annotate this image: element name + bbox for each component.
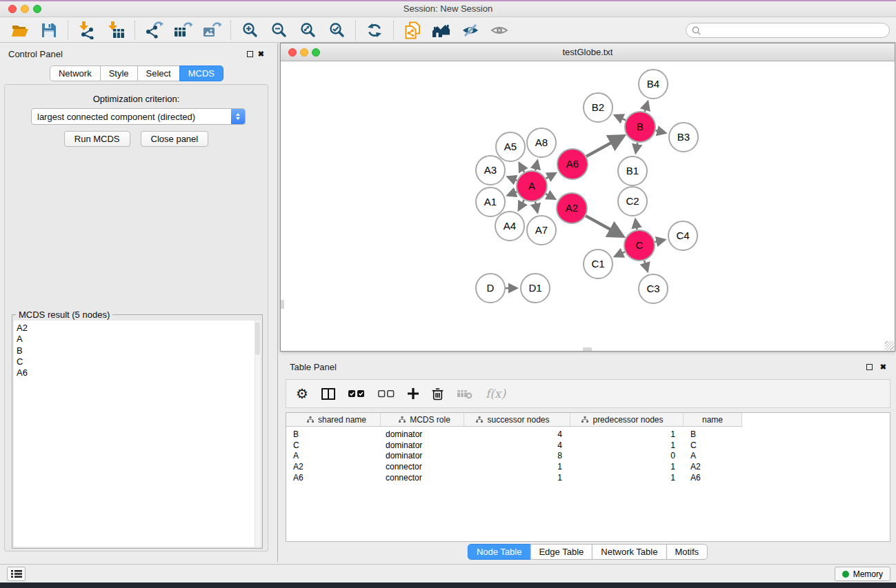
select-all-icon[interactable] xyxy=(348,390,365,398)
close-table-panel-icon[interactable]: ✖ xyxy=(880,362,886,372)
table-row-B[interactable]: Bdominator41B xyxy=(286,429,890,440)
edge-A-A1[interactable] xyxy=(508,192,517,195)
table-cell: 1 xyxy=(464,473,570,483)
zoom-window-button[interactable] xyxy=(33,5,41,13)
edge-A-A4[interactable] xyxy=(519,200,524,210)
zoom-out-icon[interactable] xyxy=(264,19,293,41)
table-cell: 8 xyxy=(464,451,570,460)
column-header-successor-nodes[interactable]: successor nodes xyxy=(464,413,570,427)
table-row-A6[interactable]: A6connector11A6 xyxy=(286,472,890,483)
refresh-layout-icon[interactable] xyxy=(360,19,389,41)
table-settings-gear-icon[interactable]: ⚙ xyxy=(296,387,308,401)
edge-C-C1[interactable] xyxy=(615,252,625,256)
export-network-icon[interactable] xyxy=(139,19,168,41)
node-label-A1: A1 xyxy=(484,196,497,207)
edge-A-A3[interactable] xyxy=(508,177,517,181)
graphics-details-toggle-icon[interactable] xyxy=(456,19,485,41)
export-image-icon[interactable] xyxy=(197,19,226,41)
result-item[interactable]: A xyxy=(17,334,261,345)
window-resize-grip[interactable] xyxy=(885,341,894,350)
optimization-criterion-dropdown[interactable]: largest connected component (directed) xyxy=(31,108,246,125)
home-view-icon[interactable] xyxy=(427,19,456,41)
edge-A-A6[interactable] xyxy=(546,173,555,179)
edge-C-C4[interactable] xyxy=(655,240,665,242)
search-field[interactable] xyxy=(686,23,890,38)
tab-network[interactable]: Network xyxy=(50,65,101,81)
edge-A6-B[interactable] xyxy=(586,136,623,156)
network-canvas[interactable]: B4B2BB3A5A8A6A3B1AA1C2A2A4A7C4CC1C3DD1 xyxy=(281,62,895,351)
result-item[interactable]: A2 xyxy=(17,323,261,334)
column-header-shared-name[interactable]: shared name xyxy=(286,413,381,427)
minimize-window-button[interactable] xyxy=(21,5,29,13)
delete-table-icon[interactable] xyxy=(457,389,472,399)
delete-column-icon[interactable] xyxy=(432,387,444,401)
edge-C-C3[interactable] xyxy=(644,261,648,271)
function-builder-icon[interactable]: f(x) xyxy=(486,387,506,401)
close-panel-icon[interactable]: ✖ xyxy=(258,49,264,59)
result-scrollbar-thumb[interactable] xyxy=(255,322,260,355)
table-cell: connector xyxy=(381,462,464,472)
application-window: Session: New Session xyxy=(0,0,896,588)
horizontal-scroll-nub[interactable] xyxy=(583,347,592,351)
network-minimize-button[interactable] xyxy=(300,48,308,57)
new-network-from-selection-icon[interactable] xyxy=(398,19,427,41)
zoom-selected-icon[interactable] xyxy=(322,19,351,41)
network-zoom-button[interactable] xyxy=(312,48,320,57)
mcds-result-list[interactable]: A2 A B C A6 xyxy=(14,321,261,547)
split-panel-icon[interactable] xyxy=(321,388,335,400)
edge-B-B4[interactable] xyxy=(645,102,648,112)
optimization-criterion-label: Optimization criterion: xyxy=(5,94,268,104)
table-row-C[interactable]: Cdominator41C xyxy=(286,440,890,451)
column-header-mcds-role[interactable]: MCDS role xyxy=(381,413,464,427)
tab-select[interactable]: Select xyxy=(137,65,180,81)
table-row-A2[interactable]: A2connector11A2 xyxy=(286,461,890,472)
edge-A-A8[interactable] xyxy=(535,161,537,170)
network-close-button[interactable] xyxy=(288,48,297,57)
close-panel-button[interactable]: Close panel xyxy=(141,131,209,147)
birds-eye-view-icon[interactable] xyxy=(485,19,514,41)
deselect-all-icon[interactable] xyxy=(378,390,395,398)
zoom-fit-icon[interactable] xyxy=(293,19,322,41)
edge-B-B2[interactable] xyxy=(615,115,626,120)
column-header-predecessor-nodes[interactable]: predecessor nodes xyxy=(570,413,684,427)
add-column-icon[interactable] xyxy=(408,388,419,399)
result-item[interactable]: B xyxy=(17,345,261,356)
tab-edge-table[interactable]: Edge Table xyxy=(530,544,593,560)
tab-motifs[interactable]: Motifs xyxy=(666,544,708,560)
column-header-name[interactable]: name xyxy=(684,413,742,427)
panel-divider[interactable] xyxy=(277,43,278,562)
edge-B-B1[interactable] xyxy=(636,143,638,153)
toolbar-separator xyxy=(135,21,135,40)
tab-mcds[interactable]: MCDS xyxy=(179,65,223,81)
edge-B-B3[interactable] xyxy=(655,130,665,132)
result-scrollbar[interactable] xyxy=(255,321,261,547)
export-table-icon[interactable] xyxy=(168,19,197,41)
search-input[interactable] xyxy=(704,26,889,35)
edge-A2-C[interactable] xyxy=(586,216,622,236)
result-item[interactable]: A6 xyxy=(17,367,261,378)
task-history-button[interactable] xyxy=(7,567,26,581)
node-label-B3: B3 xyxy=(677,131,690,143)
tab-node-table[interactable]: Node Table xyxy=(468,544,531,560)
save-session-icon[interactable] xyxy=(34,19,63,41)
close-window-button[interactable] xyxy=(8,5,17,13)
float-table-panel-icon[interactable] xyxy=(866,364,873,370)
table-row-A[interactable]: Adominator80A xyxy=(286,450,890,461)
edge-A-A2[interactable] xyxy=(546,194,555,199)
import-table-icon[interactable] xyxy=(101,19,130,41)
tab-network-table[interactable]: Network Table xyxy=(592,544,666,560)
zoom-in-icon[interactable] xyxy=(235,19,264,41)
open-session-icon[interactable] xyxy=(6,19,34,41)
table-panel-title: Table Panel xyxy=(290,362,337,372)
float-panel-icon[interactable] xyxy=(247,51,253,57)
result-item[interactable]: C xyxy=(17,356,261,367)
vertical-scroll-nub[interactable] xyxy=(281,300,284,309)
edge-C-C2[interactable] xyxy=(635,220,637,230)
memory-button[interactable]: Memory xyxy=(835,567,890,581)
table-cell: 1 xyxy=(570,440,684,450)
run-mcds-button[interactable]: Run MCDS xyxy=(64,131,130,147)
import-network-icon[interactable] xyxy=(72,19,101,41)
edge-A-A7[interactable] xyxy=(535,202,537,212)
tab-style[interactable]: Style xyxy=(100,65,138,81)
edge-A-A5[interactable] xyxy=(519,163,524,172)
